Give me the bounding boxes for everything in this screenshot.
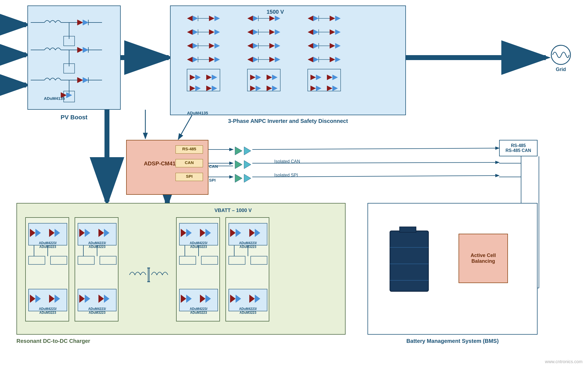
adum-label-3a: ADuM4223/ADuM3223 — [178, 241, 219, 249]
svg-marker-127 — [330, 16, 335, 21]
svg-marker-130 — [313, 29, 319, 35]
svg-marker-73 — [209, 43, 214, 49]
rs485-can-label-1: RS-485 — [511, 143, 526, 148]
svg-marker-69 — [187, 43, 193, 49]
grid-circle-svg — [550, 44, 572, 66]
adum-label-2a: ADuM4223/ADuM3223 — [77, 241, 118, 249]
svg-marker-50 — [83, 77, 88, 83]
svg-marker-29 — [7, 51, 21, 62]
bms-block: Active Cell Balancing — [368, 203, 538, 335]
svg-marker-134 — [335, 29, 341, 35]
svg-marker-133 — [330, 29, 335, 35]
svg-marker-158 — [244, 147, 251, 155]
svg-marker-90 — [247, 16, 253, 21]
phase-input-1 — [5, 19, 22, 34]
svg-text:ADuM4135: ADuM4135 — [187, 111, 208, 115]
svg-marker-100 — [269, 29, 275, 35]
svg-marker-49 — [77, 77, 83, 83]
svg-marker-113 — [275, 57, 280, 62]
svg-rect-170 — [29, 256, 45, 264]
battery-svg — [385, 225, 439, 302]
adum-label-4a: ADuM4223/ADuM3223 — [227, 241, 268, 249]
svg-marker-91 — [253, 16, 258, 21]
transformer-symbol — [124, 247, 173, 302]
bms-label: Battery Management System (BMS) — [368, 338, 538, 344]
svg-marker-108 — [247, 57, 253, 62]
svg-marker-34 — [83, 20, 88, 25]
anpc-circuit: ADuM4135 — [171, 6, 406, 116]
transformer-svg — [124, 247, 173, 302]
svg-marker-76 — [193, 57, 198, 62]
svg-marker-123 — [308, 16, 313, 21]
svg-marker-146 — [335, 57, 341, 62]
adum-label-1b: ADuM4223/ADuM3223 — [27, 307, 68, 315]
svg-line-13 — [272, 162, 499, 163]
svg-marker-95 — [275, 16, 280, 21]
svg-marker-139 — [330, 43, 335, 49]
svg-marker-33 — [77, 20, 83, 25]
can-protocol-box: CAN — [176, 159, 203, 167]
active-cell-label: Active Cell Balancing — [462, 253, 505, 264]
isolated-can-label: Isolated CAN — [274, 159, 300, 164]
svg-rect-171 — [50, 256, 67, 264]
svg-marker-135 — [308, 43, 313, 49]
svg-marker-74 — [214, 43, 220, 49]
grid-symbol: Grid — [546, 44, 576, 74]
resonant-sub-block-3: ADuM4223/ADuM3223 ADuM4223/ADuM3223 — [176, 217, 220, 321]
can-isolator — [234, 159, 252, 171]
resonant-sub-circuit-2 — [75, 218, 119, 322]
pv-boost-block — [27, 5, 121, 110]
svg-marker-68 — [214, 29, 220, 35]
pv-boost-adum-label: ADuM4135 — [44, 96, 65, 101]
svg-marker-96 — [247, 29, 253, 35]
resonant-block: VBATT – 1000 V — [16, 203, 346, 335]
diagram-container: ADuM4135 PV Boost 1500 V — [0, 0, 588, 367]
phase-triangle-3 — [5, 80, 22, 93]
phase-input-3 — [5, 80, 22, 94]
voltage-1500-label: 1500 V — [267, 9, 284, 15]
svg-marker-64 — [193, 29, 198, 35]
grid-label: Grid — [556, 67, 566, 72]
svg-marker-67 — [209, 29, 214, 35]
svg-rect-203 — [201, 256, 218, 264]
svg-line-16 — [272, 176, 499, 177]
phase-input-2 — [5, 49, 22, 64]
pv-boost-label: PV Boost — [27, 114, 121, 121]
svg-rect-224 — [400, 227, 416, 232]
rs485-isolator-symbol — [234, 145, 252, 156]
svg-marker-97 — [253, 29, 258, 35]
svg-marker-128 — [335, 16, 341, 21]
svg-line-9 — [252, 148, 499, 149]
rs485-protocol-box: RS-485 — [176, 145, 203, 154]
svg-marker-160 — [244, 160, 251, 169]
rs485-can-box: RS-485 RS-485 CAN — [499, 140, 538, 156]
svg-marker-63 — [187, 29, 193, 35]
can-line-label: CAN — [209, 164, 218, 169]
phase-triangle-1 — [5, 19, 22, 33]
svg-rect-202 — [179, 256, 196, 264]
svg-rect-217 — [251, 256, 267, 264]
svg-marker-94 — [269, 16, 275, 21]
svg-marker-106 — [269, 43, 275, 49]
svg-rect-185 — [100, 256, 116, 264]
anpc-block: 1500 V — [170, 5, 406, 115]
svg-marker-101 — [275, 29, 280, 35]
resonant-sub-block-2: ADuM4223/ADuM3223 ADuM4223/ADuM3223 — [75, 217, 118, 321]
resonant-sub-block-1: ADuM4223/ADuM3223 ADuM4223/ADuM3223 — [25, 217, 69, 321]
anpc-label: 3-Phase ANPC Inverter and Safety Disconn… — [170, 118, 406, 124]
svg-marker-58 — [193, 16, 198, 21]
vbatt-label: VBATT – 1000 V — [214, 208, 252, 213]
svg-marker-30 — [7, 81, 21, 92]
svg-point-228 — [551, 45, 570, 64]
svg-marker-70 — [193, 43, 198, 49]
svg-marker-103 — [253, 43, 258, 49]
isolated-spi-label: Isolated SPI — [274, 173, 298, 178]
adum-label-2b: ADuM4223/ADuM3223 — [77, 307, 118, 315]
svg-marker-57 — [187, 16, 193, 21]
svg-marker-42 — [83, 47, 88, 53]
svg-rect-184 — [78, 256, 94, 264]
svg-marker-75 — [187, 57, 193, 62]
svg-marker-129 — [308, 29, 313, 35]
svg-marker-41 — [77, 47, 83, 53]
svg-marker-61 — [209, 16, 214, 21]
